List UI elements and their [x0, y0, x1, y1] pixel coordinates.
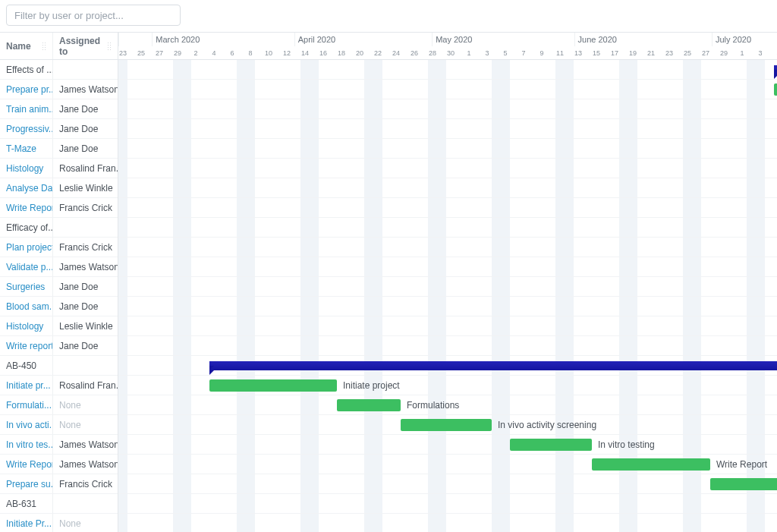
task-name-cell[interactable]: Initiate Pr... [0, 514, 53, 532]
task-name-cell[interactable]: Initiate pr... [0, 376, 53, 395]
timeline-row[interactable]: AB-450 [118, 356, 777, 376]
table-row[interactable]: Formulati...None [0, 395, 118, 415]
timeline-row[interactable]: Write Report [118, 455, 777, 474]
timeline-row[interactable]: Blood sampling [118, 297, 777, 316]
project-name-cell[interactable]: Effects of ... [0, 60, 53, 79]
timeline-row[interactable]: Formulations [118, 395, 777, 415]
assigned-cell: Francis Crick [53, 238, 118, 257]
day-header: 29 [719, 46, 728, 60]
table-row[interactable]: AB-450 [0, 356, 118, 376]
timeline-row[interactable]: Prepare project [118, 80, 777, 99]
timeline-row[interactable]: AB-631 [118, 494, 777, 514]
timeline-row[interactable]: In vivo activity screening [118, 415, 777, 435]
timeline-row[interactable]: Analyse Data [118, 178, 777, 198]
timeline-pane[interactable]: March 2020April 2020May 2020June 2020Jul… [118, 33, 777, 532]
table-row[interactable]: Efficacy of... [0, 218, 118, 238]
timeline-row[interactable]: Write report [118, 336, 777, 356]
table-row[interactable]: Progressiv...Jane Doe [0, 119, 118, 139]
timeline-row[interactable]: Effects of dose on memory and seeking be… [118, 60, 777, 80]
task-bar[interactable]: Prepare summaries [710, 478, 777, 490]
column-resize-icon[interactable] [42, 42, 46, 51]
task-name-cell[interactable]: T-Maze [0, 139, 53, 158]
task-name-cell[interactable]: Validate p... [0, 257, 53, 276]
timeline-row[interactable]: Prepare summaries [118, 474, 777, 494]
table-row[interactable]: T-MazeJane Doe [0, 139, 118, 159]
task-name-cell[interactable]: Progressiv... [0, 119, 53, 138]
table-row[interactable]: Prepare su...Francis Crick [0, 474, 118, 494]
timeline-row[interactable]: Train animals [118, 99, 777, 119]
filter-bar [0, 0, 777, 32]
column-header-assigned[interactable]: Assigned to [53, 33, 118, 59]
table-row[interactable]: Write reportJane Doe [0, 336, 118, 356]
gantt-app: Name Assigned to Effects of ...Prepare p… [0, 0, 777, 532]
timeline-row[interactable]: Initiate project [118, 376, 777, 395]
timeline-row[interactable]: In vitro testing [118, 435, 777, 455]
table-row[interactable]: Prepare pr...James Watson [0, 80, 118, 99]
table-row[interactable]: In vitro tes...James Watson [0, 435, 118, 455]
timeline-row[interactable]: Plan project [118, 238, 777, 257]
timeline-row[interactable]: Write Report [118, 198, 777, 218]
task-bar[interactable]: Initiate project [209, 379, 337, 392]
task-name-cell[interactable]: Prepare su... [0, 474, 53, 493]
timeline-row[interactable]: Efficacy of platelet-rich plasma [118, 218, 777, 238]
table-row[interactable]: Blood sam...Jane Doe [0, 297, 118, 316]
table-row[interactable]: Effects of ... [0, 60, 118, 80]
task-name-cell[interactable]: In vitro tes... [0, 435, 53, 454]
table-row[interactable]: AB-631 [0, 494, 118, 514]
assigned-cell [53, 218, 118, 237]
table-row[interactable]: In vivo acti...None [0, 415, 118, 435]
project-bar[interactable]: AB-450 [209, 361, 777, 370]
project-name-cell[interactable]: AB-450 [0, 356, 53, 375]
day-header [619, 46, 628, 60]
task-name-cell[interactable]: Histology [0, 159, 53, 178]
project-bar[interactable]: Effects of dose on memory and seeking be… [774, 65, 777, 74]
table-row[interactable]: Initiate Pr...None [0, 514, 118, 532]
column-header-name[interactable]: Name [0, 33, 53, 59]
task-bar[interactable]: Formulations [337, 399, 401, 411]
project-name-cell[interactable]: Efficacy of... [0, 218, 53, 237]
table-row[interactable]: HistologyRosalind Fran... [0, 159, 118, 178]
timeline-row[interactable]: Initiate Project [118, 514, 777, 532]
timeline-row[interactable]: Surgeries [118, 277, 777, 297]
task-name-cell[interactable]: Histology [0, 316, 53, 335]
month-header: March 2020 [152, 33, 294, 46]
day-header [310, 46, 319, 60]
timeline-body[interactable]: Effects of dose on memory and seeking be… [118, 60, 777, 532]
task-bar[interactable]: In vivo activity screening [401, 419, 492, 431]
task-name-cell[interactable]: Analyse Data [0, 178, 53, 197]
month-header [118, 33, 152, 46]
table-row[interactable]: Analyse DataLeslie Winkle [0, 178, 118, 198]
task-name-cell[interactable]: Formulati... [0, 395, 53, 414]
timeline-row[interactable]: T-Maze [118, 139, 777, 159]
timeline-row[interactable]: Validate protocols with sponsors [118, 257, 777, 277]
task-name-cell[interactable]: Write Report [0, 455, 53, 474]
table-row[interactable]: Write ReportFrancis Crick [0, 198, 118, 218]
task-bar[interactable]: Write Report [592, 458, 710, 471]
project-name-cell[interactable]: AB-631 [0, 494, 53, 513]
task-name-cell[interactable]: Write report [0, 336, 53, 355]
timeline-row[interactable]: Progressive ratio [118, 119, 777, 139]
task-name-cell[interactable]: Train anim... [0, 99, 53, 118]
task-bar[interactable]: In vitro testing [510, 439, 592, 451]
timeline-row[interactable]: Histology [118, 316, 777, 336]
timeline-row[interactable]: Histology [118, 159, 777, 178]
table-row[interactable]: Plan projectFrancis Crick [0, 238, 118, 257]
task-bar[interactable]: Prepare project [774, 83, 777, 96]
table-row[interactable]: Initiate pr...Rosalind Fran... [0, 376, 118, 395]
table-row[interactable]: Write ReportJames Watson [0, 455, 118, 474]
task-name-cell[interactable]: Blood sam... [0, 297, 53, 316]
task-name-cell[interactable]: Write Report [0, 198, 53, 217]
filter-input[interactable] [6, 5, 181, 26]
task-name-cell[interactable]: Prepare pr... [0, 80, 53, 99]
table-row[interactable]: HistologyLeslie Winkle [0, 316, 118, 336]
table-row[interactable]: Train anim...Jane Doe [0, 99, 118, 119]
task-name-cell[interactable]: Surgeries [0, 277, 53, 296]
table-row[interactable]: Validate p...James Watson [0, 257, 118, 277]
assigned-cell: James Watson [53, 80, 118, 99]
month-header: May 2020 [432, 33, 574, 46]
task-name-cell[interactable]: In vivo acti... [0, 415, 53, 434]
table-row[interactable]: SurgeriesJane Doe [0, 277, 118, 297]
column-resize-icon[interactable] [107, 42, 112, 51]
task-name-cell[interactable]: Plan project [0, 238, 53, 257]
day-header [674, 46, 683, 60]
